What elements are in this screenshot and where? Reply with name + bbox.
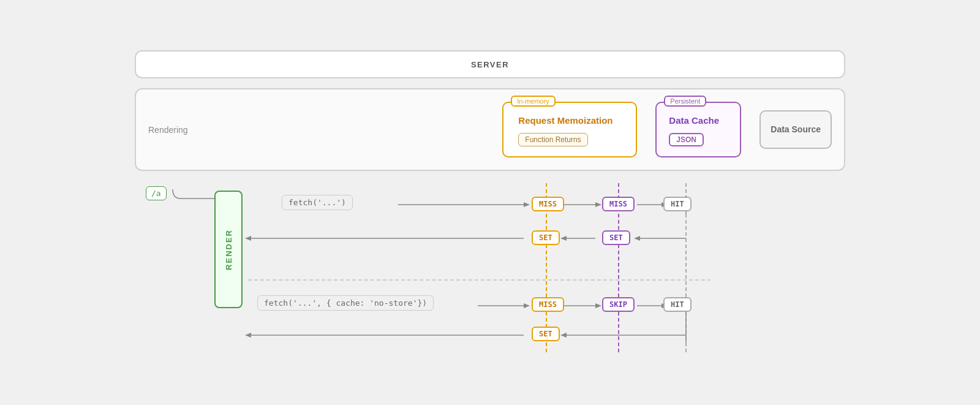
- set-orange-1: SET: [532, 230, 560, 245]
- rendering-label: Rendering: [148, 125, 203, 135]
- in-memory-tag: In-memory: [511, 96, 556, 107]
- memoization-box: In-memory Request Memoization Function R…: [502, 102, 637, 157]
- set-purple-1: SET: [602, 230, 630, 245]
- memoization-title: Request Memoization: [518, 115, 621, 126]
- svg-marker-24: [245, 333, 251, 338]
- data-cache-title: Data Cache: [669, 115, 728, 126]
- svg-marker-12: [245, 236, 251, 241]
- svg-marker-18: [524, 303, 530, 308]
- svg-marker-5: [524, 202, 530, 207]
- render-box: RENDER: [214, 191, 243, 308]
- svg-marker-7: [595, 202, 601, 207]
- render-label: RENDER: [224, 229, 233, 270]
- miss-purple-1: MISS: [602, 197, 635, 211]
- fetch-code-1: fetch('...'): [282, 197, 353, 208]
- svg-marker-16: [634, 236, 640, 241]
- persistent-tag: Persistent: [664, 96, 706, 107]
- svg-marker-20: [595, 303, 601, 308]
- miss-orange-2: MISS: [532, 297, 564, 312]
- svg-marker-14: [560, 236, 567, 241]
- data-source-box: Data Source: [760, 110, 832, 148]
- server-box: SERVER: [135, 50, 845, 78]
- hit-gray-2: HIT: [663, 297, 692, 312]
- route-text: /a: [146, 186, 167, 200]
- data-source-title: Data Source: [771, 124, 821, 135]
- function-returns-tag: Function Returns: [518, 133, 587, 146]
- skip-purple: SKIP: [602, 297, 635, 312]
- hit-gray-1: HIT: [663, 197, 692, 211]
- miss-orange-1: MISS: [532, 197, 564, 211]
- json-tag: JSON: [669, 133, 704, 146]
- flow-diagram: /a RENDER fetch('...') MISS MISS HIT SET…: [135, 183, 845, 355]
- set-orange-2: SET: [532, 327, 560, 341]
- fetch-code-2: fetch('...', { cache: 'no-store'}): [257, 297, 434, 308]
- data-cache-box: Persistent Data Cache JSON: [655, 102, 741, 157]
- server-label: SERVER: [471, 60, 509, 69]
- svg-marker-26: [560, 333, 567, 338]
- inner-server-area: Rendering In-memory Request Memoization …: [135, 88, 845, 171]
